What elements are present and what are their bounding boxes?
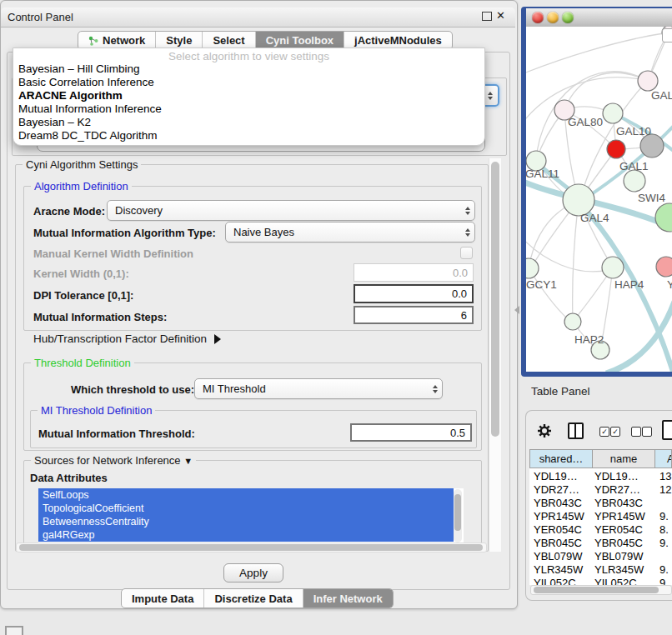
table-panel-title: Table Panel: [531, 385, 590, 398]
minimize-button[interactable]: [547, 12, 559, 23]
which-threshold-select[interactable]: MI Threshold: [194, 378, 443, 399]
manual-kernel-checkbox[interactable]: [460, 247, 473, 259]
table-row[interactable]: YDL19…YDL19…13: [529, 470, 672, 483]
settings-vertical-scrollbar[interactable]: [489, 158, 501, 552]
mi-type-label: Mutual Information Algorithm Type:: [33, 227, 216, 239]
table-row[interactable]: YPR145WYPR145W9.: [529, 510, 672, 523]
deselect-all-checkbox-icon[interactable]: [631, 427, 641, 437]
scrollbar-thumb[interactable]: [491, 162, 499, 437]
combo-arrows-icon: [460, 228, 474, 237]
mi-steps-field[interactable]: 6: [354, 306, 474, 324]
table-row[interactable]: YBR043CYBR043C: [529, 497, 672, 510]
algorithm-option-selected[interactable]: ARACNE Algorithm: [13, 89, 484, 102]
tab-discretize-data[interactable]: Discretize Data: [204, 589, 303, 608]
table-row[interactable]: YBR045CYBR045C9.: [529, 537, 672, 550]
node-green-right[interactable]: [655, 203, 672, 232]
tab-label: Impute Data: [132, 592, 193, 605]
node-gcy1[interactable]: [526, 258, 539, 278]
deselect-all-checkbox-icon[interactable]: [642, 427, 652, 437]
hub-section-toggle[interactable]: Hub/Transcription Factor Definition: [33, 332, 221, 345]
apply-button[interactable]: Apply: [223, 563, 283, 582]
group-title: Cyni Algorithm Settings: [23, 158, 141, 171]
algorithm-option[interactable]: Bayesian – K2: [13, 116, 484, 129]
field-value: 0.5: [450, 427, 465, 439]
attribute-item-selected[interactable]: gal4RGexp: [38, 528, 454, 542]
expanded-arrow-icon[interactable]: ▼: [183, 456, 193, 466]
algorithm-option[interactable]: Mutual Information Inference: [13, 102, 484, 116]
network-icon: [88, 36, 98, 46]
algorithm-option[interactable]: Dream8 DC_TDC Algorithm: [13, 129, 484, 142]
combo-arrows-icon: [428, 385, 442, 393]
node-gal10[interactable]: [603, 103, 623, 123]
column-header-name[interactable]: name: [592, 449, 655, 468]
tab-network[interactable]: Network: [78, 32, 156, 49]
node-gray[interactable]: [640, 134, 664, 158]
data-attributes-label: Data Attributes: [30, 472, 108, 484]
tab-select[interactable]: Select: [203, 32, 255, 49]
node-gal1[interactable]: [607, 140, 625, 158]
algorithm-option[interactable]: Basic Correlation Inference: [13, 76, 484, 89]
network-canvas[interactable]: GAL GAL80 GAL10 GAL1 GAL11 SWI4 GAL4 GCY…: [526, 27, 672, 372]
node-label: HAP2: [574, 333, 604, 346]
table-row[interactable]: YER054CYER054C8.: [529, 523, 672, 537]
attribute-item-selected[interactable]: BetweennessCentrality: [38, 515, 454, 528]
table-row[interactable]: YIL052CYIL052C9: [529, 577, 672, 585]
table-row[interactable]: YBL079WYBL079W: [529, 550, 672, 563]
scrollbar-thumb[interactable]: [534, 587, 659, 593]
scrollbar-thumb[interactable]: [19, 544, 483, 551]
zoom-button[interactable]: [562, 12, 574, 23]
table-row[interactable]: YDR27…YDR27…12: [529, 483, 672, 497]
kernel-width-field[interactable]: 0.0: [354, 263, 474, 282]
aracne-mode-label: Aracne Mode:: [33, 205, 105, 218]
combo-arrows-icon: [460, 207, 474, 215]
settings-horizontal-scrollbar[interactable]: [16, 542, 487, 552]
view-overlay-button[interactable]: [662, 28, 672, 42]
node-label: GAL1: [619, 160, 649, 172]
field-value: 6: [461, 309, 467, 322]
control-panel-titlebar[interactable]: [1, 8, 515, 28]
algorithm-option[interactable]: Bayesian – Hill Climbing: [13, 62, 484, 76]
select-all-checkbox-icon[interactable]: ✓: [599, 427, 609, 437]
tab-label: jActiveMNodules: [354, 34, 442, 47]
attribute-item-selected[interactable]: SelfLoops: [38, 488, 454, 502]
node-salmon[interactable]: [656, 257, 672, 277]
mi-type-select[interactable]: Naive Bayes: [225, 222, 475, 242]
tab-label: Infer Network: [313, 592, 383, 605]
mi-threshold-label: Mutual Information Threshold:: [38, 428, 195, 440]
node-label: GCY1: [526, 278, 557, 291]
dpi-tolerance-field[interactable]: 0.0: [354, 284, 474, 303]
node-hap4[interactable]: [602, 257, 624, 278]
table-horizontal-scrollbar[interactable]: [530, 585, 672, 595]
node-gal-partial[interactable]: [638, 71, 658, 91]
float-window-icon[interactable]: [482, 12, 492, 21]
document-icon[interactable]: [662, 420, 672, 440]
aracne-mode-select[interactable]: Discovery: [107, 200, 475, 221]
tab-cyni-toolbox[interactable]: Cyni Toolbox: [256, 32, 344, 49]
tab-style[interactable]: Style: [156, 32, 203, 49]
close-window-icon[interactable]: ✕: [496, 9, 505, 22]
column-header-shared-name[interactable]: shared…: [529, 449, 593, 468]
node-hap2[interactable]: [564, 313, 581, 330]
table-row[interactable]: YLR345WYLR345W9.: [529, 563, 672, 577]
select-all-checkbox-icon[interactable]: ✓: [610, 427, 620, 437]
selected-value: Naive Bayes: [226, 226, 460, 238]
tab-label: Discretize Data: [214, 592, 292, 605]
desktop: Control Panel ✕ Network Style Select Cyn…: [0, 0, 672, 635]
node-swi4[interactable]: [624, 170, 645, 192]
mi-threshold-field[interactable]: 0.5: [350, 423, 472, 442]
columns-icon[interactable]: [568, 422, 584, 439]
close-button[interactable]: [532, 12, 544, 23]
gear-icon[interactable]: [537, 423, 552, 438]
column-label: A: [667, 452, 672, 465]
splitter-handle-icon[interactable]: [514, 306, 519, 314]
attributes-list-scrollbar[interactable]: [454, 489, 462, 542]
tab-impute-data[interactable]: Impute Data: [122, 589, 204, 608]
group-title: Sources for Network Inference ▼: [31, 454, 196, 467]
scrollbar-thumb[interactable]: [454, 494, 461, 531]
attribute-item-selected[interactable]: TopologicalCoefficient: [38, 502, 454, 515]
dock-icon[interactable]: [5, 626, 23, 635]
window-title: Control Panel: [8, 11, 73, 23]
tab-infer-network[interactable]: Infer Network: [303, 589, 393, 608]
tab-jactivemnodules[interactable]: jActiveMNodules: [344, 32, 452, 49]
column-header-partial[interactable]: A: [654, 449, 672, 468]
